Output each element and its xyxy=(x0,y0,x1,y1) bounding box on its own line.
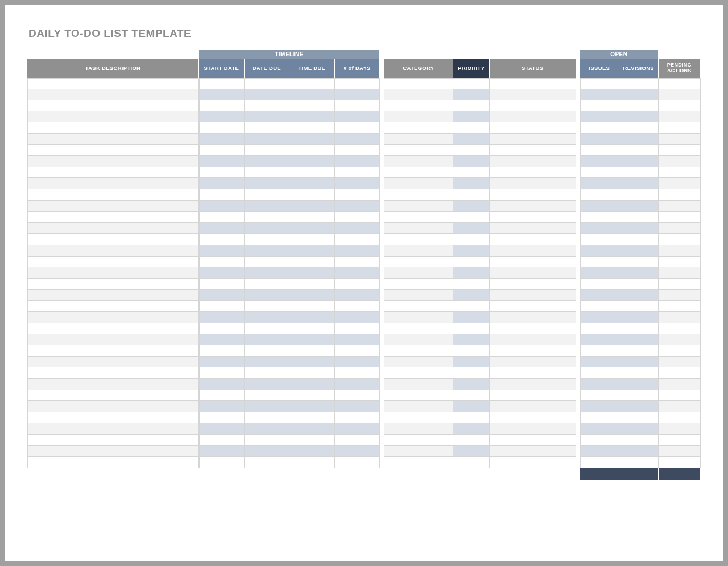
cell-iss[interactable] xyxy=(580,301,619,312)
cell-task[interactable] xyxy=(27,212,199,223)
cell-days[interactable] xyxy=(335,345,380,357)
cell-due[interactable] xyxy=(245,134,289,145)
cell-pri[interactable] xyxy=(453,345,490,357)
cell-due[interactable] xyxy=(245,345,289,357)
cell-time[interactable] xyxy=(289,234,334,245)
cell-days[interactable] xyxy=(335,401,380,412)
cell-start[interactable] xyxy=(199,78,244,89)
cell-time[interactable] xyxy=(289,189,334,201)
cell-time[interactable] xyxy=(289,257,334,268)
cell-due[interactable] xyxy=(245,156,289,167)
cell-iss[interactable] xyxy=(580,89,619,101)
cell-task[interactable] xyxy=(27,257,199,268)
cell-task[interactable] xyxy=(27,223,199,234)
cell-pend[interactable] xyxy=(659,245,701,257)
cell-due[interactable] xyxy=(245,279,289,290)
cell-due[interactable] xyxy=(245,245,289,257)
cell-days[interactable] xyxy=(335,201,380,212)
cell-rev[interactable] xyxy=(619,89,659,101)
cell-cat[interactable] xyxy=(384,167,453,179)
cell-time[interactable] xyxy=(289,111,334,123)
cell-pend[interactable] xyxy=(659,100,701,111)
cell-due[interactable] xyxy=(245,111,289,123)
cell-rev[interactable] xyxy=(619,279,659,290)
cell-iss[interactable] xyxy=(580,156,619,167)
cell-rev[interactable] xyxy=(619,212,659,223)
cell-days[interactable] xyxy=(335,457,380,468)
cell-start[interactable] xyxy=(199,100,244,111)
cell-pend[interactable] xyxy=(659,134,701,145)
cell-stat[interactable] xyxy=(490,189,576,201)
cell-rev[interactable] xyxy=(619,345,659,357)
cell-cat[interactable] xyxy=(384,412,453,424)
cell-rev[interactable] xyxy=(619,257,659,268)
cell-cat[interactable] xyxy=(384,234,453,245)
cell-days[interactable] xyxy=(335,435,380,446)
cell-time[interactable] xyxy=(289,423,334,435)
cell-cat[interactable] xyxy=(384,290,453,301)
cell-time[interactable] xyxy=(289,134,334,145)
cell-due[interactable] xyxy=(245,189,289,201)
cell-pend[interactable] xyxy=(659,234,701,245)
cell-due[interactable] xyxy=(245,178,289,189)
cell-task[interactable] xyxy=(27,435,199,446)
cell-rev[interactable] xyxy=(619,134,659,145)
cell-pri[interactable] xyxy=(453,156,490,167)
cell-start[interactable] xyxy=(199,234,244,245)
cell-task[interactable] xyxy=(27,367,199,379)
cell-stat[interactable] xyxy=(490,379,576,390)
cell-task[interactable] xyxy=(27,167,199,179)
cell-start[interactable] xyxy=(199,156,244,167)
cell-iss[interactable] xyxy=(580,257,619,268)
cell-pend[interactable] xyxy=(659,301,701,312)
cell-pend[interactable] xyxy=(659,279,701,290)
cell-days[interactable] xyxy=(335,357,380,368)
cell-days[interactable] xyxy=(335,267,380,279)
cell-iss[interactable] xyxy=(580,212,619,223)
cell-pri[interactable] xyxy=(453,100,490,111)
cell-time[interactable] xyxy=(289,312,334,323)
cell-start[interactable] xyxy=(199,223,244,234)
cell-days[interactable] xyxy=(335,323,380,334)
cell-stat[interactable] xyxy=(490,78,576,89)
cell-start[interactable] xyxy=(199,412,244,424)
cell-pend[interactable] xyxy=(659,423,701,435)
cell-cat[interactable] xyxy=(384,345,453,357)
cell-start[interactable] xyxy=(199,334,244,346)
cell-due[interactable] xyxy=(245,423,289,435)
cell-task[interactable] xyxy=(27,379,199,390)
cell-pri[interactable] xyxy=(453,312,490,323)
cell-iss[interactable] xyxy=(580,201,619,212)
cell-pend[interactable] xyxy=(659,446,701,457)
cell-cat[interactable] xyxy=(384,357,453,368)
cell-rev[interactable] xyxy=(619,223,659,234)
cell-rev[interactable] xyxy=(619,412,659,424)
cell-days[interactable] xyxy=(335,301,380,312)
cell-pend[interactable] xyxy=(659,178,701,189)
cell-days[interactable] xyxy=(335,178,380,189)
cell-pri[interactable] xyxy=(453,111,490,123)
cell-stat[interactable] xyxy=(490,457,576,468)
cell-time[interactable] xyxy=(289,379,334,390)
cell-rev[interactable] xyxy=(619,156,659,167)
cell-time[interactable] xyxy=(289,401,334,412)
cell-cat[interactable] xyxy=(384,212,453,223)
cell-days[interactable] xyxy=(335,189,380,201)
cell-cat[interactable] xyxy=(384,156,453,167)
cell-task[interactable] xyxy=(27,423,199,435)
cell-stat[interactable] xyxy=(490,134,576,145)
cell-pend[interactable] xyxy=(659,290,701,301)
cell-cat[interactable] xyxy=(384,111,453,123)
cell-pend[interactable] xyxy=(659,435,701,446)
cell-pend[interactable] xyxy=(659,145,701,156)
cell-days[interactable] xyxy=(335,390,380,402)
cell-start[interactable] xyxy=(199,301,244,312)
cell-stat[interactable] xyxy=(490,111,576,123)
cell-task[interactable] xyxy=(27,178,199,189)
cell-due[interactable] xyxy=(245,367,289,379)
cell-pend[interactable] xyxy=(659,111,701,123)
cell-pri[interactable] xyxy=(453,357,490,368)
cell-pri[interactable] xyxy=(453,446,490,457)
cell-pri[interactable] xyxy=(453,234,490,245)
cell-cat[interactable] xyxy=(384,89,453,101)
